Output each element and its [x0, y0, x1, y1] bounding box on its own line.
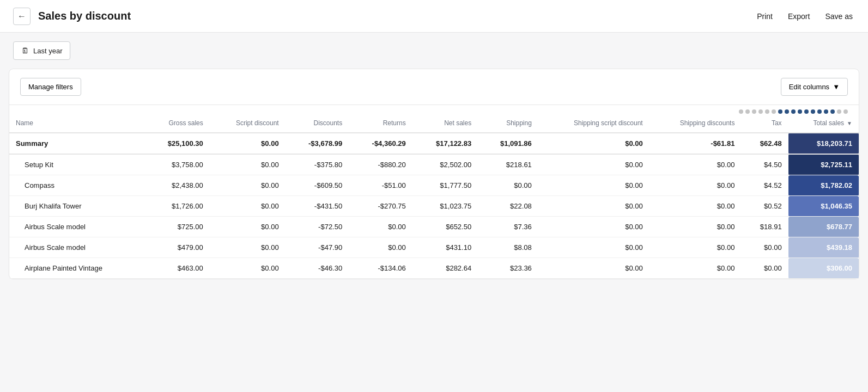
table-cell: $431.10: [412, 237, 478, 258]
table-cell: $8.08: [478, 237, 538, 258]
pagination-dot[interactable]: [785, 109, 789, 114]
table-cell: $0.00: [538, 154, 650, 175]
table-row: Burj Khalifa Tower$1,726.00$0.00-$431.50…: [9, 196, 859, 217]
table-cell: $0.00: [349, 217, 412, 237]
total-sales-cell: $439.18: [788, 237, 859, 258]
table-cell: $0.00: [650, 154, 742, 175]
table-cell: $0.00: [650, 196, 742, 217]
header-actions: Print Export Save as: [755, 10, 855, 23]
table-cell: $0.00: [210, 196, 286, 217]
manage-filters-button[interactable]: Manage filters: [20, 78, 81, 96]
table-cell: $0.00: [538, 237, 650, 258]
table-cell: $4.50: [741, 154, 788, 175]
table-cell: $2,502.00: [412, 154, 478, 175]
summary-cell: -$61.81: [650, 133, 742, 154]
summary-cell: $1,091.86: [478, 133, 538, 154]
table-cell: $725.00: [144, 217, 209, 237]
total-sales-cell: $678.77: [788, 217, 859, 237]
col-net-sales: Net sales: [412, 114, 478, 133]
col-script-discount: Script discount: [210, 114, 286, 133]
table-cell: $0.00: [650, 175, 742, 196]
table-cell: $0.00: [210, 258, 286, 279]
summary-cell: $62.48: [741, 133, 788, 154]
table-cell: $652.50: [412, 217, 478, 237]
pagination-dot[interactable]: [830, 109, 835, 114]
table-row: Airbus Scale model$479.00$0.00-$47.90$0.…: [9, 237, 859, 258]
summary-total-sales: $18,203.71: [788, 133, 859, 154]
table-cell: $479.00: [144, 237, 209, 258]
table-cell: Airbus Scale model: [9, 217, 144, 237]
table-cell: $0.52: [741, 196, 788, 217]
print-button[interactable]: Print: [755, 10, 775, 23]
table-cell: $0.00: [650, 258, 742, 279]
col-total-sales[interactable]: Total sales ▼: [788, 114, 859, 133]
pagination-dot[interactable]: [791, 109, 796, 114]
pagination-dot[interactable]: [772, 109, 776, 114]
summary-cell: $25,100.30: [144, 133, 209, 154]
pagination-dot[interactable]: [752, 109, 756, 114]
summary-cell: $0.00: [210, 133, 286, 154]
table-cell: $1,777.50: [412, 175, 478, 196]
edit-columns-button[interactable]: Edit columns ▼: [781, 78, 848, 96]
summary-cell: -$4,360.29: [349, 133, 412, 154]
calendar-icon: 🗓: [21, 46, 29, 55]
table-cell: $282.64: [412, 258, 478, 279]
pagination-dot[interactable]: [739, 109, 743, 114]
pagination-dot[interactable]: [778, 109, 782, 114]
summary-cell: Summary: [9, 133, 144, 154]
pagination-dot[interactable]: [804, 109, 809, 114]
pagination-dot[interactable]: [843, 109, 848, 114]
table-cell: -$375.80: [286, 154, 349, 175]
table-cell: $0.00: [210, 175, 286, 196]
back-button[interactable]: ←: [13, 8, 31, 25]
table-cell: $0.00: [210, 217, 286, 237]
save-as-button[interactable]: Save as: [823, 10, 855, 23]
export-button[interactable]: Export: [786, 10, 812, 23]
table-header-row: Name Gross sales Script discount Discoun…: [9, 114, 859, 133]
table-cell: -$72.50: [286, 217, 349, 237]
table-cell: $0.00: [210, 154, 286, 175]
col-name: Name: [9, 114, 144, 133]
col-returns: Returns: [349, 114, 412, 133]
pagination-dot[interactable]: [765, 109, 769, 114]
table-cell: -$51.00: [349, 175, 412, 196]
col-gross-sales: Gross sales: [144, 114, 209, 133]
table-cell: $0.00: [538, 196, 650, 217]
pagination-dot[interactable]: [811, 109, 815, 114]
pagination-dot[interactable]: [745, 109, 750, 114]
table-cell: $463.00: [144, 258, 209, 279]
edit-columns-label: Edit columns: [789, 83, 829, 91]
table-cell: Burj Khalifa Tower: [9, 196, 144, 217]
table-cell: $18.91: [741, 217, 788, 237]
pagination-dot[interactable]: [758, 109, 763, 114]
total-sales-cell: $2,725.11: [788, 154, 859, 175]
table-cell: Compass: [9, 175, 144, 196]
data-table: Name Gross sales Script discount Discoun…: [9, 114, 859, 279]
table-cell: $1,023.75: [412, 196, 478, 217]
table-cell: $218.61: [478, 154, 538, 175]
col-shipping-discounts: Shipping discounts: [650, 114, 742, 133]
table-cell: -$46.30: [286, 258, 349, 279]
table-cell: $0.00: [741, 237, 788, 258]
table-cell: $2,438.00: [144, 175, 209, 196]
summary-row: Summary$25,100.30$0.00-$3,678.99-$4,360.…: [9, 133, 859, 154]
pagination-dot[interactable]: [837, 109, 841, 114]
table-cell: $0.00: [210, 237, 286, 258]
main-content: Manage filters Edit columns ▼ Name Gross…: [9, 69, 859, 279]
page-header: ← Sales by discount Print Export Save as: [0, 0, 868, 33]
table-cell: -$47.90: [286, 237, 349, 258]
table-cell: -$880.20: [349, 154, 412, 175]
pagination-dot[interactable]: [798, 109, 802, 114]
table-cell: $22.08: [478, 196, 538, 217]
col-shipping: Shipping: [478, 114, 538, 133]
pagination-dot[interactable]: [817, 109, 822, 114]
table-cell: $0.00: [538, 258, 650, 279]
page-title: Sales by discount: [38, 10, 755, 22]
date-filter-button[interactable]: 🗓 Last year: [13, 41, 70, 60]
summary-cell: $17,122.83: [412, 133, 478, 154]
table-cell: $0.00: [650, 217, 742, 237]
table-cell: $3,758.00: [144, 154, 209, 175]
table-cell: -$431.50: [286, 196, 349, 217]
table-cell: $1,726.00: [144, 196, 209, 217]
pagination-dot[interactable]: [824, 109, 828, 114]
